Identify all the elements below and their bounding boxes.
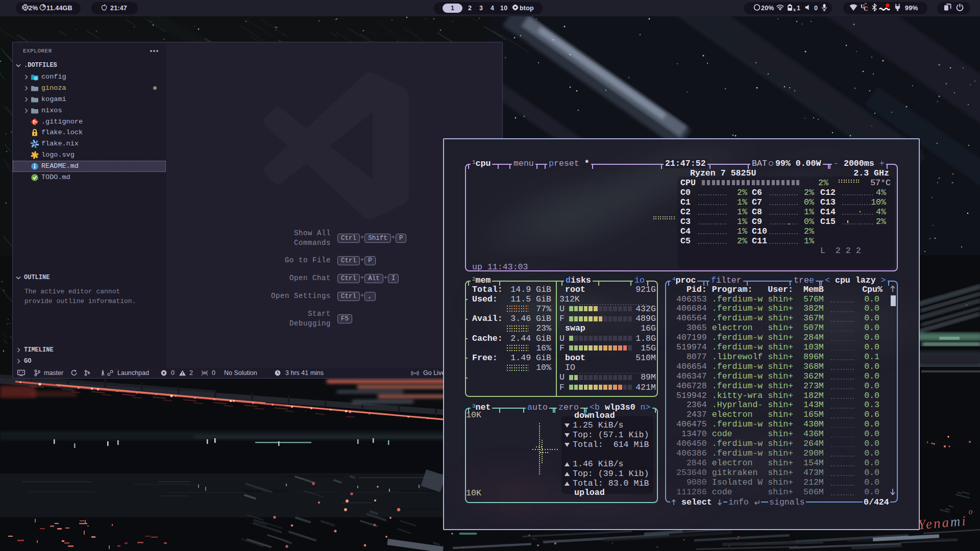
svg-text:C: C bbox=[864, 5, 868, 12]
